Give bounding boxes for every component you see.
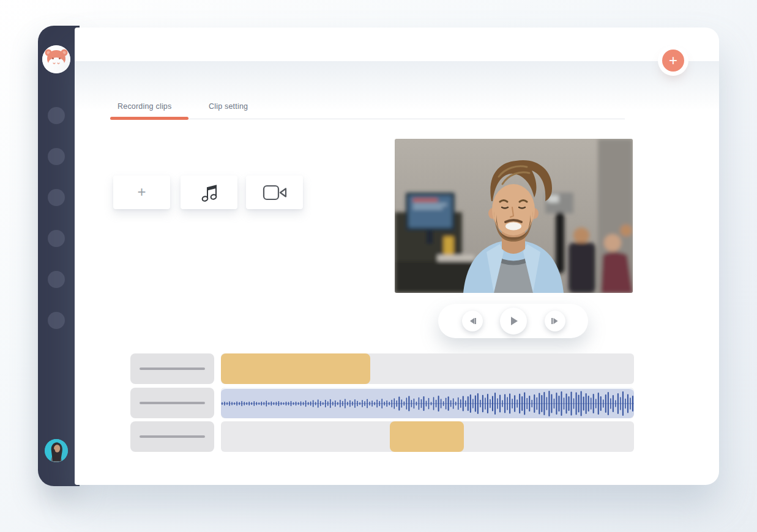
user-avatar[interactable] xyxy=(45,439,68,462)
sidebar xyxy=(38,26,80,486)
track-1-lane xyxy=(221,353,634,384)
active-tab-indicator xyxy=(110,117,188,120)
sidebar-item-6[interactable] xyxy=(48,312,65,329)
tab-recording-clips[interactable]: Recording clips xyxy=(117,102,171,111)
track-1-handle[interactable] xyxy=(130,353,214,384)
track-3-clip[interactable] xyxy=(390,421,464,452)
step-forward-icon xyxy=(550,316,561,327)
sidebar-item-5[interactable] xyxy=(48,271,65,288)
add-music-button[interactable] xyxy=(181,175,237,209)
drag-grip xyxy=(140,435,205,438)
add-video-button[interactable] xyxy=(246,175,303,209)
add-fab-button[interactable]: + xyxy=(662,50,684,72)
main-card: + Recording clips Clip setting + xyxy=(75,28,719,485)
sidebar-item-4[interactable] xyxy=(48,230,65,247)
tab-clip-setting[interactable]: Clip setting xyxy=(209,102,248,111)
step-backward-icon xyxy=(467,316,478,327)
add-clip-button[interactable]: + xyxy=(113,175,170,209)
track-3-handle[interactable] xyxy=(130,421,214,452)
drag-grip xyxy=(140,402,205,404)
monkey-logo-icon xyxy=(42,45,70,73)
presenter-photo xyxy=(395,139,633,293)
play-icon xyxy=(507,314,520,328)
sidebar-item-1[interactable] xyxy=(48,107,65,124)
track-2-audio-clip[interactable] xyxy=(221,388,634,418)
track-2-handle[interactable] xyxy=(130,388,214,418)
playback-controls xyxy=(438,304,588,338)
sidebar-item-2[interactable] xyxy=(48,148,65,165)
video-camera-icon xyxy=(263,185,287,201)
play-button[interactable] xyxy=(500,308,527,334)
track-1-clip[interactable] xyxy=(221,353,370,384)
user-avatar-photo xyxy=(45,439,68,462)
step-backward-button[interactable] xyxy=(462,311,483,331)
step-forward-button[interactable] xyxy=(545,311,565,331)
audio-waveform xyxy=(221,389,634,418)
music-note-icon xyxy=(201,183,218,202)
sidebar-nav xyxy=(48,107,65,353)
track-3-lane xyxy=(221,421,634,452)
app-logo[interactable] xyxy=(42,45,70,73)
drag-grip xyxy=(140,368,205,370)
plus-icon: + xyxy=(137,183,146,201)
track-2-lane xyxy=(221,388,634,418)
plus-icon: + xyxy=(669,52,677,68)
sidebar-item-3[interactable] xyxy=(48,189,65,206)
